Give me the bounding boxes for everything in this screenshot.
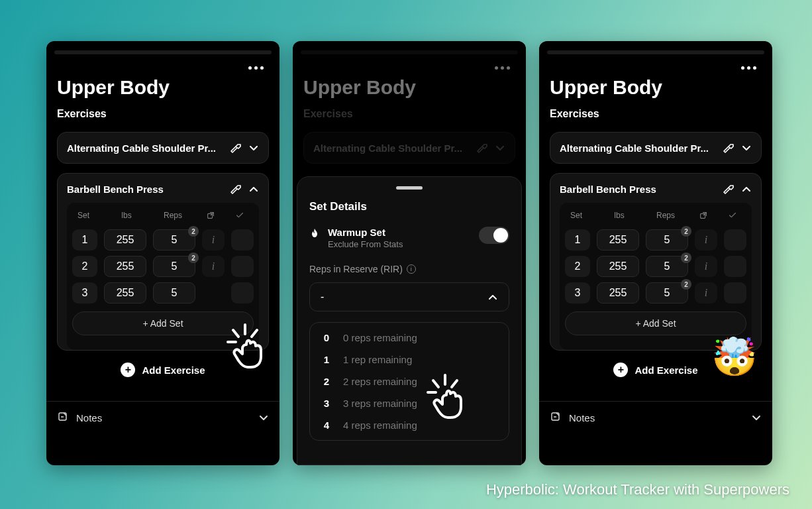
plus-icon: + <box>613 363 628 377</box>
info-button[interactable]: i <box>695 256 717 277</box>
rir-option[interactable]: 44 reps remaining <box>310 414 509 436</box>
complete-checkbox[interactable] <box>231 282 254 304</box>
hammer-icon[interactable] <box>230 183 242 195</box>
info-button[interactable]: i <box>695 229 717 251</box>
complete-checkbox[interactable] <box>724 229 746 251</box>
exercise-name: Barbell Bench Press <box>560 184 716 195</box>
add-set-button[interactable]: + Add Set <box>72 311 254 335</box>
lbs-input[interactable]: 255 <box>104 282 146 304</box>
chevron-up-icon[interactable] <box>248 184 259 194</box>
exercise-name: Barbell Bench Press <box>67 184 223 195</box>
set-table: Set lbs Reps 1 255 52 i 2 <box>67 203 259 350</box>
rir-option[interactable]: 11 rep remaining <box>310 349 509 370</box>
share-icon[interactable] <box>199 211 222 220</box>
notes-row[interactable]: Notes <box>57 411 269 424</box>
phone-screen-1: Upper Body Exercises Alternating Cable S… <box>46 41 279 465</box>
set-number[interactable]: 2 <box>565 256 590 277</box>
chevron-down-icon <box>751 412 762 423</box>
complete-checkbox[interactable] <box>724 282 746 304</box>
info-icon[interactable]: i <box>407 264 416 274</box>
rir-label: Reps in Reserve (RIR) i <box>309 264 509 274</box>
check-icon <box>228 211 251 220</box>
reps-input[interactable]: 52 <box>153 229 195 251</box>
set-number[interactable]: 1 <box>565 229 590 251</box>
col-set: Set <box>568 211 593 220</box>
hammer-icon[interactable] <box>723 142 735 154</box>
col-set: Set <box>75 211 100 220</box>
rir-badge: 2 <box>681 253 691 263</box>
set-row: 1 255 52 i <box>72 229 254 251</box>
set-table-header: Set lbs Reps <box>565 208 746 224</box>
select-value: - <box>321 291 324 303</box>
hammer-icon[interactable] <box>723 183 735 195</box>
lbs-input[interactable]: 255 <box>104 229 146 251</box>
set-row: 1 255 52 i <box>565 229 746 251</box>
set-number[interactable]: 1 <box>72 229 97 251</box>
chevron-down-icon[interactable] <box>248 142 259 153</box>
set-number[interactable]: 3 <box>565 282 590 304</box>
set-row: 3 255 5 i <box>72 282 254 304</box>
exercise-card-collapsed[interactable]: Alternating Cable Shoulder Pr... <box>57 132 269 164</box>
add-exercise-label: Add Exercise <box>142 365 205 376</box>
lbs-input[interactable]: 255 <box>597 256 639 277</box>
set-row: 3 255 52 i <box>565 282 746 304</box>
hammer-icon[interactable] <box>230 142 242 154</box>
lbs-input[interactable]: 255 <box>597 282 639 304</box>
divider <box>539 401 772 402</box>
lbs-input[interactable]: 255 <box>597 229 639 251</box>
rir-options-list: 00 reps remaining 11 rep remaining 22 re… <box>309 322 509 441</box>
reps-input[interactable]: 52 <box>646 282 688 304</box>
rir-option[interactable]: 33 reps remaining <box>310 392 509 414</box>
note-icon <box>550 411 561 424</box>
set-row: 2 255 52 i <box>72 256 254 277</box>
notes-label: Notes <box>76 412 102 424</box>
set-table: Set lbs Reps 1 255 52 i 2 <box>560 203 752 350</box>
sheet-handle[interactable] <box>396 186 423 190</box>
more-menu-button[interactable] <box>248 66 264 70</box>
rir-option[interactable]: 00 reps remaining <box>310 327 509 349</box>
share-icon[interactable] <box>692 211 715 220</box>
reps-input[interactable]: 52 <box>646 229 688 251</box>
section-label: Exercises <box>57 108 269 120</box>
warmup-row: Warmup Set Exclude From Stats <box>309 227 509 249</box>
note-icon <box>57 411 68 424</box>
phone-screen-3: Upper Body Exercises Alternating Cable S… <box>539 41 772 465</box>
info-button[interactable]: i <box>202 229 225 251</box>
more-menu-button[interactable] <box>741 66 756 70</box>
rir-option[interactable]: 22 reps remaining <box>310 370 509 392</box>
chevron-up-icon[interactable] <box>741 184 752 194</box>
lbs-input[interactable]: 255 <box>104 256 146 277</box>
add-set-button[interactable]: + Add Set <box>565 311 746 335</box>
exercise-name: Alternating Cable Shoulder Pr... <box>67 142 223 154</box>
chevron-down-icon[interactable] <box>741 142 752 153</box>
add-exercise-label: Add Exercise <box>634 365 697 376</box>
set-details-sheet: Set Details Warmup Set Exclude From Stat… <box>297 176 522 465</box>
exercise-card-collapsed[interactable]: Alternating Cable Shoulder Pr... <box>550 132 762 164</box>
info-button[interactable]: i <box>695 282 717 304</box>
warmup-title: Warmup Set <box>328 227 403 238</box>
col-reps: Reps <box>646 211 685 220</box>
warmup-subtitle: Exclude From Stats <box>328 239 403 249</box>
rir-badge: 2 <box>188 226 199 237</box>
caption: Hyperbolic: Workout Tracker with Superpo… <box>486 481 789 498</box>
complete-checkbox[interactable] <box>724 256 746 277</box>
add-exercise-button[interactable]: + Add Exercise <box>57 363 269 377</box>
complete-checkbox[interactable] <box>231 229 254 251</box>
set-number[interactable]: 2 <box>72 256 97 277</box>
page-title: Upper Body <box>550 76 762 99</box>
set-row: 2 255 52 i <box>565 256 746 277</box>
reps-input[interactable]: 52 <box>153 256 195 277</box>
notes-row[interactable]: Notes <box>550 411 762 424</box>
info-button[interactable]: i <box>202 256 225 277</box>
divider <box>46 401 279 402</box>
exercise-card-expanded: Barbell Bench Press Set lbs Reps 1 255 <box>550 173 762 351</box>
reps-input[interactable]: 52 <box>646 256 688 277</box>
reps-input[interactable]: 5 <box>153 282 195 304</box>
set-number[interactable]: 3 <box>72 282 97 304</box>
add-exercise-button[interactable]: + Add Exercise <box>550 363 762 377</box>
complete-checkbox[interactable] <box>231 256 254 277</box>
col-lbs: lbs <box>599 211 639 220</box>
rir-badge: 2 <box>188 253 199 263</box>
warmup-toggle[interactable] <box>479 227 509 244</box>
rir-select[interactable]: - <box>309 282 509 311</box>
